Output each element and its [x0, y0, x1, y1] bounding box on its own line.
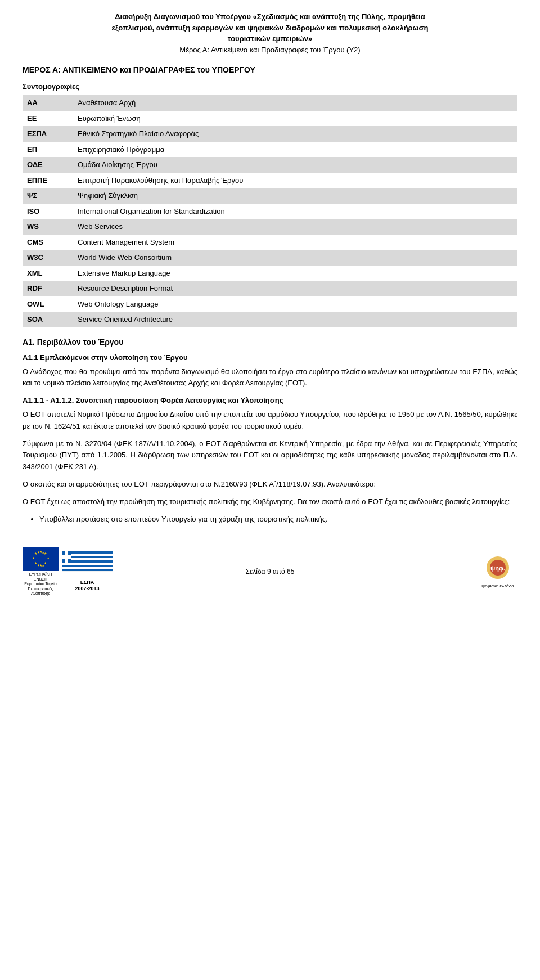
abbr-code: RDF [22, 281, 73, 296]
abbr-code: W3C [22, 250, 73, 266]
abbr-description: Εθνικό Στρατηγικό Πλαίσιο Αναφοράς [73, 126, 518, 142]
main-section-title: ΜΕΡΟΣ Α: ΑΝΤΙΚΕΙΜΕΝΟ και ΠΡΟΔΙΑΓΡΑΦΕΣ το… [22, 65, 518, 74]
table-row: WSWeb Services [22, 219, 518, 235]
abbr-description: Resource Description Format [73, 281, 518, 296]
abbr-description: Extensive Markup Language [73, 266, 518, 281]
sub-heading-a1-1-2: Α1.1.1 - Α1.1.2. Συνοπτική παρουσίαση Φο… [22, 396, 518, 404]
table-row: ISOInternational Organization for Standa… [22, 204, 518, 219]
chapter-a1-heading: Α1. Περιβάλλον του Έργου [22, 338, 518, 347]
abbr-description: World Wide Web Consortium [73, 250, 518, 266]
abbr-code: ΨΣ [22, 188, 73, 204]
right-logo-label: ψηφιακή ελλάδα [482, 583, 514, 588]
abbr-description: Web Services [73, 219, 518, 235]
table-row: ΟΔΕΟμάδα Διοίκησης Έργου [22, 157, 518, 173]
abbr-description: Επιτροπή Παρακολούθησης και Παραλαβής Έρ… [73, 173, 518, 188]
table-row: ΕΕΕυρωπαϊκή Ένωση [22, 111, 518, 127]
svg-text:★: ★ [42, 551, 44, 554]
table-row: ΨΣΨηφιακή Σύγκλιση [22, 188, 518, 204]
espa-label: ΕΣΠΑ2007-2013 [75, 579, 99, 592]
right-logo-container: ψηφ. ψηφιακή ελλάδα [478, 555, 518, 588]
page-number: Σελίδα 9 από 65 [187, 568, 352, 576]
abbr-code: CMS [22, 235, 73, 250]
header-subtitle: Μέρος Α: Αντικείμενο και Προδιαγραφές το… [22, 44, 518, 56]
header-title-line2: εξοπλισμού, ανάπτυξη εφαρμογών και ψηφια… [22, 23, 518, 34]
footer-logos-left: ★ ★ ★ ★ ★ ★ ★ ★ ★ ★ ★ ★ ΕΥΡΩΠΑΪΚΗ ΕΝΩΣΗΕ… [22, 547, 187, 596]
abbr-code: SOA [22, 312, 73, 327]
espa-flag-icon [62, 551, 112, 579]
page-footer: ★ ★ ★ ★ ★ ★ ★ ★ ★ ★ ★ ★ ΕΥΡΩΠΑΪΚΗ ΕΝΩΣΗΕ… [22, 542, 518, 596]
table-row: ΕΣΠΑΕθνικό Στρατηγικό Πλαίσιο Αναφοράς [22, 126, 518, 142]
abbr-description: Content Management System [73, 235, 518, 250]
svg-text:★: ★ [37, 564, 40, 567]
svg-text:★: ★ [37, 551, 40, 554]
table-row: OWLWeb Ontology Language [22, 296, 518, 312]
abbr-code: ΕΠΠΕ [22, 173, 73, 188]
eu-label-text: ΕΥΡΩΠΑΪΚΗ ΕΝΩΣΗΕυρωπαϊκό ΤαμείοΠεριφερει… [22, 572, 58, 596]
abbreviations-table: ΑΑΑναθέτουσα ΑρχήΕΕΕυρωπαϊκή ΈνωσηΕΣΠΑΕθ… [22, 95, 518, 327]
abbr-code: ΕΣΠΑ [22, 126, 73, 142]
abbr-description: Ευρωπαϊκή Ένωση [73, 111, 518, 127]
abbr-description: Ομάδα Διοίκησης Έργου [73, 157, 518, 173]
eu-flag-logo: ★ ★ ★ ★ ★ ★ ★ ★ ★ ★ ★ ★ ΕΥΡΩΠΑΪΚΗ ΕΝΩΣΗΕ… [22, 547, 58, 596]
espa-logo: ΕΣΠΑ2007-2013 [62, 551, 112, 592]
abbr-description: Ψηφιακή Σύγκλιση [73, 188, 518, 204]
paragraph-a1-4: Ο σκοπός και οι αρμοδιότητες του ΕΟΤ περ… [22, 479, 518, 491]
abbreviations-heading: Συντομογραφίες [22, 82, 518, 91]
sub-heading-a1-1: Α1.1 Εμπλεκόμενοι στην υλοποίηση του Έργ… [22, 353, 518, 362]
bullet-list: Υποβάλλει προτάσεις στο εποπτεύον Υπουργ… [39, 514, 518, 525]
table-row: RDFResource Description Format [22, 281, 518, 296]
abbr-code: WS [22, 219, 73, 235]
table-row: W3CWorld Wide Web Consortium [22, 250, 518, 266]
table-row: ΕΠΠΕΕπιτροπή Παρακολούθησης και Παραλαβή… [22, 173, 518, 188]
header-title-line1: Διακήρυξη Διαγωνισμού του Υποέργου «Σχεδ… [22, 11, 518, 23]
svg-rect-21 [62, 567, 112, 569]
table-row: SOAService Oriented Architecture [22, 312, 518, 327]
abbr-code: ΟΔΕ [22, 157, 73, 173]
svg-text:ψηφ.: ψηφ. [490, 565, 505, 572]
svg-rect-22 [62, 569, 112, 571]
table-row: ΑΑΑναθέτουσα Αρχή [22, 95, 518, 111]
eu-flag-icon: ★ ★ ★ ★ ★ ★ ★ ★ ★ ★ ★ ★ [22, 547, 58, 571]
document-header: Διακήρυξη Διαγωνισμού του Υποέργου «Σχεδ… [22, 11, 518, 55]
right-logo-icon: ψηφ. [478, 555, 518, 583]
abbr-code: ΕΠ [22, 142, 73, 158]
svg-rect-19 [62, 563, 112, 565]
header-title-line3: τουριστικών εμπειριών» [22, 33, 518, 44]
abbr-description: Αναθέτουσα Αρχή [73, 95, 518, 111]
svg-rect-25 [65, 551, 68, 563]
abbr-description: Επιχειρησιακό Πρόγραμμα [73, 142, 518, 158]
paragraph-a1-2: Ο ΕΟΤ αποτελεί Νομικό Πρόσωπο Δημοσίου Δ… [22, 409, 518, 433]
table-row: CMSContent Management System [22, 235, 518, 250]
svg-text:★: ★ [44, 561, 47, 565]
svg-rect-20 [62, 565, 112, 567]
abbr-description: Service Oriented Architecture [73, 312, 518, 327]
abbr-code: ΕΕ [22, 111, 73, 127]
svg-text:★: ★ [32, 556, 35, 560]
svg-text:★: ★ [44, 552, 47, 555]
paragraph-a1-5: Ο ΕΟΤ έχει ως αποστολή την προώθηση της … [22, 496, 518, 508]
svg-text:★: ★ [42, 564, 44, 567]
table-row: ΕΠΕπιχειρησιακό Πρόγραμμα [22, 142, 518, 158]
paragraph-a1-1: Ο Ανάδοχος που θα προκύψει από τον παρόν… [22, 366, 518, 390]
abbr-code: OWL [22, 296, 73, 312]
abbr-description: International Organization for Standardi… [73, 204, 518, 219]
abbr-code: ΑΑ [22, 95, 73, 111]
list-item: Υποβάλλει προτάσεις στο εποπτεύον Υπουργ… [39, 514, 518, 525]
abbr-code: ISO [22, 204, 73, 219]
paragraph-a1-3: Σύμφωνα με το Ν. 3270/04 (ΦΕΚ 187/Α/11.1… [22, 438, 518, 473]
abbr-description: Web Ontology Language [73, 296, 518, 312]
abbr-code: XML [22, 266, 73, 281]
table-row: XMLExtensive Markup Language [22, 266, 518, 281]
footer-logo-right: ψηφ. ψηφιακή ελλάδα [353, 555, 518, 588]
svg-text:★: ★ [47, 556, 50, 560]
